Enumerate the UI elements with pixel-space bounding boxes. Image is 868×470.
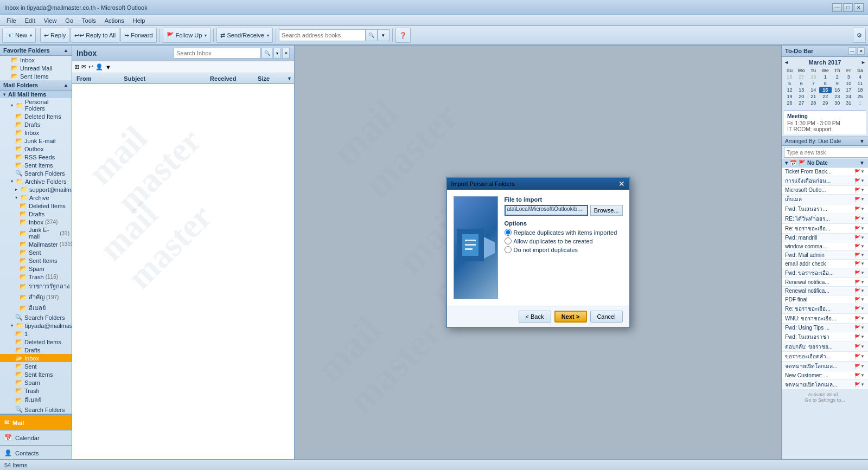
sidebar-archive-trash[interactable]: 📂Trash (116): [0, 273, 72, 281]
forward-button[interactable]: ↪ Forward: [120, 28, 156, 43]
dialog-close-button[interactable]: ✕: [618, 180, 625, 188]
task-item[interactable]: เก็บเมล 🚩 ▼: [782, 195, 868, 204]
radio-allow-input[interactable]: [505, 237, 512, 244]
task-item[interactable]: RE: โด้วินทำ่อยร... 🚩 ▼: [782, 214, 868, 224]
sidebar-inbox[interactable]: 📂Inbox: [0, 128, 72, 137]
sidebar-tipyada-deleted[interactable]: 📂Deleted Items: [0, 338, 72, 346]
cal-date[interactable]: 7: [808, 80, 819, 87]
sidebar-tipyada-1[interactable]: 📂1: [0, 330, 72, 338]
radio-allow[interactable]: Allow duplicates to be created: [505, 237, 623, 244]
cal-date[interactable]: 16: [832, 87, 843, 93]
cal-date[interactable]: 13: [795, 87, 808, 93]
sidebar-search-archive[interactable]: 🔍Search Folders: [0, 313, 72, 321]
sidebar-tipyada-sent-items[interactable]: 📂Sent Items: [0, 370, 72, 378]
sidebar-archive[interactable]: ▾ 📁Archive: [0, 194, 72, 202]
cal-date[interactable]: 26: [784, 74, 795, 80]
sidebar-email-thai[interactable]: 📂อีเมลย์: [0, 302, 72, 313]
cal-date[interactable]: 25: [854, 93, 866, 100]
mail-collapse-icon[interactable]: ▲: [63, 82, 68, 88]
cal-date[interactable]: 9: [832, 80, 843, 87]
sidebar-outbox[interactable]: 📂Outbox: [0, 145, 72, 153]
favorite-collapse-icon[interactable]: ▲: [63, 48, 68, 53]
cal-date[interactable]: 18: [854, 87, 866, 93]
maximize-button[interactable]: □: [843, 3, 853, 12]
radio-replace-input[interactable]: [505, 229, 512, 236]
task-item[interactable]: Fwd: Mail admin 🚩 ▼: [782, 251, 868, 260]
cal-date[interactable]: 19: [784, 93, 795, 100]
sidebar-all-mail-items[interactable]: ▾ All Mail Items: [0, 91, 72, 98]
filter-tasks-icon[interactable]: ▼: [859, 160, 865, 166]
menu-file[interactable]: File: [2, 17, 21, 24]
next-button[interactable]: Next >: [554, 311, 587, 323]
sidebar-tipyada-account[interactable]: ▾ 📁tipyada@mailmaster.co: [0, 321, 72, 330]
cal-next-button[interactable]: ►: [861, 60, 866, 65]
inbox-search-close[interactable]: ✕: [282, 48, 290, 59]
followup-button[interactable]: 🚩 Follow Up ▾: [163, 28, 211, 43]
sidebar-archive-spam[interactable]: 📂Spam: [0, 265, 72, 273]
sidebar-deleted-items[interactable]: 📂Deleted Items: [0, 112, 72, 120]
task-item[interactable]: PDF final 🚩 ▼: [782, 295, 868, 304]
task-item[interactable]: New Customer: ... 🚩 ▼: [782, 371, 868, 380]
sidebar-tipyada-inbox[interactable]: 📂Inbox: [0, 354, 72, 362]
task-item[interactable]: การแจ้งเตือนก่อน... 🚩 ▼: [782, 176, 868, 186]
task-item[interactable]: Renewal notifica... 🚩 ▼: [782, 278, 868, 287]
sidebar-mailmaster[interactable]: 📂Mailmaster (1319): [0, 240, 72, 248]
cal-date[interactable]: 17: [843, 87, 854, 93]
task-item[interactable]: Fwd: Using Tips ... 🚩 ▼: [782, 324, 868, 332]
cal-date[interactable]: 29: [819, 100, 832, 106]
close-button[interactable]: ✕: [854, 3, 864, 12]
sidebar-tipyada-spam[interactable]: 📂Spam: [0, 378, 72, 387]
cal-date[interactable]: 22: [819, 93, 832, 100]
sidebar-tipyada-trash[interactable]: 📂Trash: [0, 387, 72, 395]
customize-button[interactable]: ⚙: [853, 28, 866, 43]
sidebar-tipyada-email[interactable]: 📂อีเมลย์: [0, 395, 72, 405]
task-item[interactable]: Renewal notifica... 🚩 ▼: [782, 287, 868, 295]
menu-help[interactable]: Help: [129, 17, 150, 24]
task-item[interactable]: WNU: ขอราชอะเอือ... 🚩 ▼: [782, 314, 868, 324]
todo-close-button[interactable]: ✕: [857, 47, 865, 55]
task-item[interactable]: Fwd: ขอราชอะเอือ... 🚩 ▼: [782, 268, 868, 278]
cal-date[interactable]: 1: [819, 74, 832, 80]
task-item[interactable]: window comma... 🚩 ▼: [782, 242, 868, 251]
sidebar-drafts[interactable]: 📂Drafts: [0, 120, 72, 128]
cal-today[interactable]: 15: [819, 87, 832, 93]
cal-date[interactable]: 26: [784, 100, 795, 106]
cal-date[interactable]: 6: [795, 80, 808, 87]
sidebar-archive-drafts[interactable]: 📂Drafts: [0, 210, 72, 218]
sidebar-archive-deleted[interactable]: 📂Deleted Items: [0, 202, 72, 210]
inbox-search-submit[interactable]: 🔍: [261, 48, 272, 59]
inbox-search-input[interactable]: [174, 48, 260, 59]
reply-all-button[interactable]: ↩↩ Reply to All: [71, 28, 119, 43]
sidebar-archive-inbox[interactable]: 📂Inbox (374): [0, 218, 72, 226]
task-item[interactable]: Fwd: โนเสนอรา... 🚩 ▼: [782, 204, 868, 214]
sidebar-ratchakan[interactable]: 📂ราชการรัฐกลาง: [0, 281, 72, 292]
task-item[interactable]: Fwd: mandrill 🚩 ▼: [782, 234, 868, 242]
cal-date[interactable]: 4: [854, 74, 866, 80]
menu-go[interactable]: Go: [61, 17, 78, 24]
cal-date[interactable]: 20: [795, 93, 808, 100]
task-item[interactable]: Fwd: โนเสนอราชา 🚩 ▼: [782, 332, 868, 342]
browse-button[interactable]: Browse...: [590, 205, 623, 216]
col-size[interactable]: Size: [256, 75, 283, 82]
cal-date[interactable]: 10: [843, 80, 854, 87]
nav-contacts[interactable]: 👤 Contacts: [0, 445, 72, 459]
task-item[interactable]: จดหมายเปิดโลกเมล... 🚩 ▼: [782, 380, 868, 390]
back-button[interactable]: < Back: [519, 311, 551, 323]
cal-date[interactable]: 8: [819, 80, 832, 87]
task-item[interactable]: Re: ขอราชอะเอือ... 🚩 ▼: [782, 304, 868, 314]
minimize-button[interactable]: —: [832, 3, 842, 12]
menu-view[interactable]: View: [40, 17, 61, 24]
sidebar-samkhan[interactable]: 📂สำคัญ (197): [0, 292, 72, 302]
sidebar-sent[interactable]: 📂Sent Items: [0, 161, 72, 169]
sidebar-item-inbox-fav[interactable]: 📂Inbox: [0, 56, 72, 64]
cal-date[interactable]: 27: [795, 100, 808, 106]
cal-date[interactable]: 28: [808, 100, 819, 106]
menu-tools[interactable]: Tools: [78, 17, 100, 24]
task-item[interactable]: Microsoft Outlo... 🚩 ▼: [782, 186, 868, 195]
sidebar-search-folders-p[interactable]: 🔍Search Folders: [0, 169, 72, 177]
cal-date[interactable]: 14: [808, 87, 819, 93]
sidebar-rss[interactable]: 📂RSS Feeds: [0, 153, 72, 161]
radio-no-import[interactable]: Do not import duplicates: [505, 246, 623, 253]
filter-dropdown-icon[interactable]: ▼: [287, 76, 292, 81]
col-received[interactable]: Received: [208, 75, 251, 82]
